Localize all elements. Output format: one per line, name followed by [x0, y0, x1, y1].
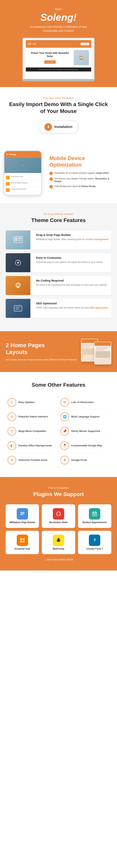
plugin-card-contact-form-7: 7 Contact Form 7	[78, 531, 111, 554]
mega-menu-icon: ☰	[8, 427, 16, 436]
svg-point-9	[16, 283, 20, 287]
laptop-inner-button: Learn More	[44, 60, 56, 64]
nav-button: Contact	[81, 43, 89, 45]
feature-text-1: Drag & Drop Page Builder WPBakery Page B…	[33, 230, 111, 244]
mailchimp-label: MailChimp	[53, 548, 65, 551]
home-pages-title-line1: 2 Home Pages	[6, 342, 45, 348]
hero-subtitle: An Awesome User-Friendly Combination of …	[30, 25, 87, 33]
core-features-section: For Easy Website Creation Theme Core Fea…	[0, 203, 117, 331]
plugins-title: Plugins We Support	[6, 491, 111, 498]
sticky-menus-icon: 📌	[61, 427, 69, 436]
contact-form-7-label: Contact Form 7	[86, 548, 103, 551]
feature-desc-1: WPBakery Page Builder offers amazing too…	[36, 238, 109, 241]
fontello-icon: ★	[8, 456, 16, 464]
revolution-icon	[53, 508, 64, 520]
phone-list-item-2: Used for Many Purposes	[6, 181, 40, 187]
feature-grid-item-fontello: ★ Awesome Fontello Icons	[6, 453, 58, 467]
feature-row-1: Drag & Drop Page Builder WPBakery Page B…	[6, 230, 111, 249]
parallax-label: Parallax Effect Backgrounds	[18, 444, 52, 447]
phone-hero-image: 🔧	[4, 158, 41, 173]
home-pages-section: 2 Home Pages Layouts We create Several U…	[0, 331, 117, 372]
page-thumb-line	[82, 346, 89, 347]
home-pages-images	[81, 339, 111, 365]
mobile-feature-text-2: The theme uses Mobile Friendly sliders: …	[54, 177, 113, 183]
feature-image-3	[6, 276, 30, 295]
feature-text-3: No Coding Required No need to be a profe…	[33, 276, 111, 289]
mobile-feature-dot-1: ✓	[49, 172, 53, 175]
google-fonts-label: Google Fonts	[71, 459, 87, 462]
laptop-content-area: Power Your Home with Beautiful Solar Lea…	[26, 48, 91, 67]
feature-grid-item-easy-updates: ↻ Easy Updates	[6, 395, 58, 410]
svg-marker-20	[60, 513, 61, 514]
demo-section: One Click Demo Installation Easily Impor…	[0, 87, 117, 143]
svg-rect-25	[93, 514, 94, 515]
svg-point-8	[17, 262, 19, 264]
svg-line-6	[20, 261, 20, 261]
phone-mockup: ☀ Soleng 🔧 Long Time to Use Used for Man…	[4, 151, 42, 195]
mobile-title: Mobile Device Optimization	[49, 155, 113, 168]
svg-rect-16	[20, 512, 25, 513]
phone-list-icon-2	[6, 182, 10, 186]
mobile-section: ☀ Soleng 🔧 Long Time to Use Used for Man…	[0, 143, 117, 203]
wpbakery-icon	[17, 508, 28, 520]
sticky-menus-label: Sticky Menus Supported	[71, 430, 100, 433]
shortcodes-icon: ⊞	[61, 398, 69, 407]
mobile-feature-dot-3: ✓	[49, 185, 53, 188]
laptop-nav-bar: Contact	[26, 40, 91, 48]
easy-updates-icon: ↻	[8, 398, 16, 407]
phone-list-icon-1	[6, 176, 10, 180]
page-thumb-line	[95, 348, 107, 349]
plugins-label: Free & Compatible	[6, 487, 111, 489]
phone-list-icon-3	[6, 188, 10, 192]
install-icon: ⬇	[44, 123, 52, 131]
feature-desc-4: HTML code integrated into the theme meet…	[36, 306, 109, 309]
feature-grid-item-language: 🌐 Multi Language Support	[58, 410, 111, 424]
svg-rect-27	[95, 514, 96, 515]
feature-desc-2: Awesome easy-to-use options will adjust …	[36, 260, 109, 264]
feature-title-4: SEO Optimized	[36, 302, 109, 305]
installation-button[interactable]: ⬇ Installation	[38, 121, 78, 133]
home-pages-desc: We create Several Unique Demos with Diff…	[6, 358, 77, 362]
svg-point-33	[57, 540, 58, 540]
feature-text-2: Easy to Customize Awesome easy-to-use op…	[33, 253, 111, 267]
phone-list-text-2: Used for Many Purposes	[11, 182, 28, 184]
feature-grid-item-admin: ⚙ Powerful Admin Interface	[6, 410, 58, 424]
feature-row-2: Easy to Customize Awesome easy-to-use op…	[6, 253, 111, 272]
svg-rect-18	[20, 515, 23, 515]
shortcodes-label: Lots of Shortcodes	[71, 401, 94, 404]
laptop-text-block: Power Your Home with Beautiful Solar Lea…	[28, 52, 72, 64]
svg-rect-30	[20, 540, 22, 542]
revolution-label: Revolution Slider	[49, 521, 68, 524]
page-thumb-2	[94, 342, 111, 365]
laptop-inner-title: Power Your Home with Beautiful Solar	[28, 52, 72, 58]
plugin-card-essential-grid: Essential Grid	[6, 531, 39, 554]
plugins-more: ... and many more others	[6, 558, 111, 561]
core-features-title: Theme Core Features	[6, 217, 111, 224]
feature-title-2: Easy to Customize	[36, 256, 109, 259]
page-thumb-line	[82, 345, 92, 346]
plugin-card-mailchimp: MailChimp	[42, 531, 75, 554]
svg-rect-29	[23, 538, 25, 540]
contact-form-7-icon: 7	[89, 534, 100, 546]
plugin-card-wpbakery: WPBakery Page Builder	[6, 504, 39, 528]
feature-desc-3: No need to be a professional web develop…	[36, 283, 109, 287]
feature-image-4	[6, 299, 30, 318]
feature-title-1: Drag & Drop Page Builder	[36, 233, 109, 237]
language-label: Multi Language Support	[71, 415, 100, 418]
phone-list-item-1: Long Time to Use	[6, 175, 40, 181]
plugins-grid: WPBakery Page Builder Revolution Slider …	[6, 504, 111, 554]
installation-label: Installation	[54, 125, 72, 129]
language-icon: 🌐	[61, 412, 69, 421]
svg-rect-3	[18, 240, 21, 241]
page-thumb-line	[95, 347, 110, 347]
home-pages-title-line2: Layouts	[6, 349, 28, 355]
demo-title: Easily Import Demo With a Single Click o…	[8, 101, 109, 115]
feature-grid-item-mega-menu: ☰ Mega Menu Compatible	[6, 424, 58, 439]
phone-list-item-3: Energy Can Be Saved	[6, 187, 40, 193]
mobile-feature-text-3: Fully Responsive layout & Retina Ready	[54, 185, 96, 188]
essential-grid-label: Essential Grid	[15, 548, 30, 551]
nav-dot-2	[33, 43, 36, 44]
phone-list-text-3: Energy Can Be Saved	[11, 188, 26, 190]
feature-grid-item-google-fonts: A Google Fonts	[58, 453, 111, 467]
core-features-label: For Easy Website Creation	[6, 213, 111, 215]
